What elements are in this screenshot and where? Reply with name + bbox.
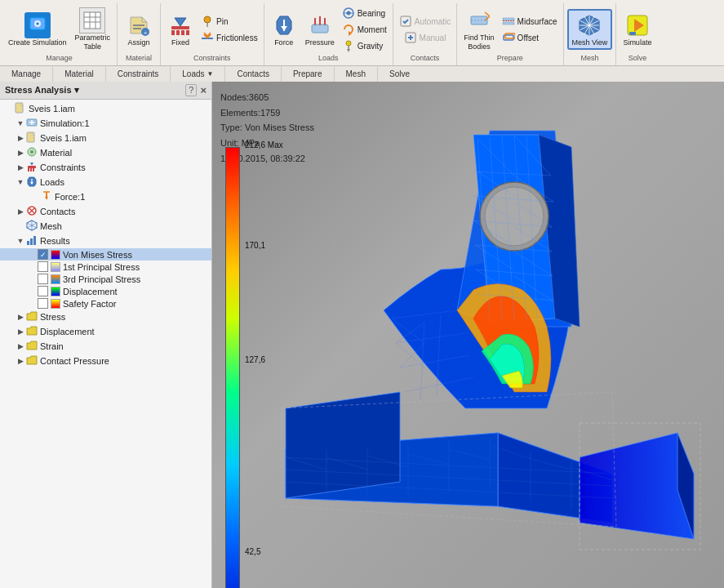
assign-button[interactable]: + Assign xyxy=(121,11,157,48)
svg-marker-75 xyxy=(45,197,48,200)
offset-button[interactable]: Offset xyxy=(500,30,560,45)
checkbox-3rd-principal[interactable] xyxy=(38,274,48,284)
tree-item-simulation1[interactable]: ▼ Simulation:1 xyxy=(0,116,211,131)
strain-folder-icon xyxy=(26,340,38,353)
tree-label-contacts: Contacts xyxy=(40,207,75,216)
expander-sveis1sub[interactable]: ▶ xyxy=(15,132,26,144)
tree-item-results[interactable]: ▼ Results xyxy=(0,234,211,248)
svg-marker-92 xyxy=(286,392,400,498)
expander-displacement2[interactable]: ▶ xyxy=(15,326,26,337)
tree-item-sveis1-sub[interactable]: ▶ Sveis 1.iam xyxy=(0,131,211,145)
create-simulation-button[interactable]: Create Simulation xyxy=(5,11,70,49)
checkbox-safety-factor[interactable] xyxy=(38,298,48,309)
svg-rect-13 xyxy=(171,30,175,35)
panel-title: Stress Analysis ▾ xyxy=(5,85,79,96)
automatic-label: Automatic xyxy=(415,17,451,26)
tree-item-sveis1[interactable]: Sveis 1.iam xyxy=(0,101,211,116)
fixed-label: Fixed xyxy=(171,38,189,47)
manual-button[interactable]: Manual xyxy=(402,30,449,45)
3rd-principal-color-bar xyxy=(51,274,60,284)
expander-material[interactable]: ▶ xyxy=(15,147,26,158)
ribbon-group-loads: Force Pressure Bearing Moment xyxy=(264,3,393,65)
material-group-label: Material xyxy=(121,54,157,64)
svg-text:+: + xyxy=(144,29,148,37)
tree-item-stress[interactable]: ▶ Stress xyxy=(0,310,211,324)
tree-item-force1[interactable]: Force:1 xyxy=(0,189,211,204)
force-button[interactable]: Force xyxy=(268,11,300,48)
fixed-button[interactable]: Fixed xyxy=(164,11,197,48)
checkbox-displacement-results[interactable] xyxy=(38,286,48,296)
expander-constraints[interactable]: ▶ xyxy=(15,162,26,173)
checkbox-1st-principal[interactable] xyxy=(38,261,48,272)
simulate-label: Simulate xyxy=(623,38,651,47)
frictionless-button[interactable]: Frictionless xyxy=(198,30,260,45)
tab-contacts[interactable]: Contacts xyxy=(225,66,281,82)
svg-rect-14 xyxy=(176,30,180,35)
checkbox-von-mises[interactable]: ✓ xyxy=(38,249,48,260)
tree-label-constraints: Constraints xyxy=(40,163,86,172)
tree-label-loads: Loads xyxy=(40,177,64,187)
pressure-button[interactable]: Pressure xyxy=(302,11,338,48)
expander-sim1[interactable]: ▼ xyxy=(15,118,26,129)
tree-item-von-mises[interactable]: ✓ Von Mises Stress xyxy=(0,248,211,261)
tab-constraints[interactable]: Constraints xyxy=(106,66,171,82)
type-info: Type: Von Mises Stress xyxy=(220,120,314,136)
gravity-button[interactable]: Gravity xyxy=(340,38,389,53)
contacts-group-label: Contacts xyxy=(397,54,453,64)
mesh-tree-icon xyxy=(26,220,38,233)
tab-solve[interactable]: Solve xyxy=(378,66,421,82)
panel-question[interactable]: ? xyxy=(185,84,197,96)
tree-item-displacement-results[interactable]: Displacement xyxy=(0,285,211,297)
panel-close[interactable]: × xyxy=(200,84,207,96)
mesh-svg xyxy=(261,82,718,588)
ribbon-group-mesh: Mesh View Mesh xyxy=(564,3,617,65)
pin-button[interactable]: Pin xyxy=(198,14,260,29)
tree-item-contacts[interactable]: ▶ Contacts xyxy=(0,204,211,219)
expander-contacts[interactable]: ▶ xyxy=(15,206,26,217)
scale-max-label: 212,6 Max xyxy=(245,140,283,149)
contacts-tree-icon xyxy=(26,205,38,218)
loads-tree-icon xyxy=(26,176,38,189)
moment-button[interactable]: Moment xyxy=(340,22,389,37)
pressure-label: Pressure xyxy=(305,38,335,47)
tree-item-contact-pressure[interactable]: ▶ Contact Pressure xyxy=(0,354,211,368)
tree-item-displacement2[interactable]: ▶ Displacement xyxy=(0,324,211,339)
midsurface-button[interactable]: Midsurface xyxy=(500,14,560,29)
viewport: Nodes:3605 Elements:1759 Type: Von Mises… xyxy=(212,82,724,588)
mesh-view-button[interactable]: Mesh View xyxy=(567,9,613,50)
ribbon-group-contacts: Automatic Manual Contacts xyxy=(393,3,457,65)
tree-item-material[interactable]: ▶ Material xyxy=(0,145,211,160)
panel-header: Stress Analysis ▾ ? × xyxy=(0,82,211,100)
tab-material[interactable]: Material xyxy=(53,66,106,82)
tree-label-results: Results xyxy=(40,236,70,246)
expander-loads[interactable]: ▼ xyxy=(15,176,26,188)
svg-rect-66 xyxy=(28,166,36,168)
tree-item-3rd-principal[interactable]: 3rd Principal Stress xyxy=(0,273,211,285)
prepare-group-label: Prepare xyxy=(460,54,559,64)
svg-point-65 xyxy=(30,150,33,154)
tree-item-strain[interactable]: ▶ Strain xyxy=(0,339,211,354)
parametric-table-button[interactable]: ParametricTable xyxy=(72,6,114,53)
expander-stress[interactable]: ▶ xyxy=(15,311,26,323)
tree-item-constraints[interactable]: ▶ Constraints xyxy=(0,160,211,175)
tab-manage[interactable]: Manage xyxy=(0,66,53,82)
expander-results[interactable]: ▼ xyxy=(15,235,26,247)
bearing-button[interactable]: Bearing xyxy=(340,6,389,20)
tab-loads[interactable]: Loads ▼ xyxy=(171,66,225,82)
tree-item-mesh[interactable]: Mesh xyxy=(0,219,211,234)
tab-mesh[interactable]: Mesh xyxy=(335,66,378,82)
tree-label-displacement2: Displacement xyxy=(40,327,95,336)
expander-contact-pressure[interactable]: ▶ xyxy=(15,355,26,367)
automatic-button[interactable]: Automatic xyxy=(397,14,453,29)
tab-prepare[interactable]: Prepare xyxy=(282,66,335,82)
tree-item-loads[interactable]: ▼ Loads xyxy=(0,175,211,189)
tree-item-safety-factor[interactable]: Safety Factor xyxy=(0,297,211,310)
tree-label-safety-factor: Safety Factor xyxy=(63,299,116,309)
tree-item-1st-principal[interactable]: 1st Principal Stress xyxy=(0,261,211,273)
expander-strain[interactable]: ▶ xyxy=(15,341,26,352)
ribbon-group-solve: Simulate Solve xyxy=(616,3,658,65)
force-label: Force xyxy=(274,38,293,47)
ribbon: Create Simulation ParametricTable Manage… xyxy=(0,0,724,65)
simulate-button[interactable]: Simulate xyxy=(620,11,655,48)
find-thin-bodies-button[interactable]: Find ThinBodies xyxy=(460,6,497,53)
